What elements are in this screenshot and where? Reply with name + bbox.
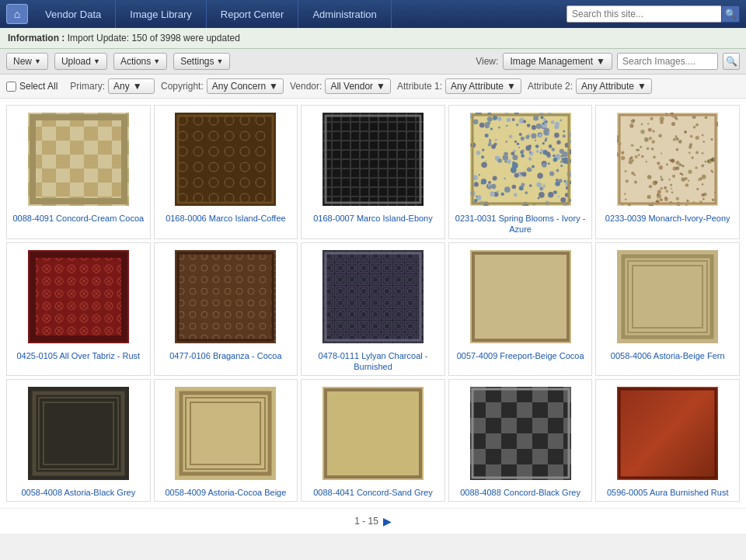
rug-canvas [617, 113, 718, 206]
nav-image-library[interactable]: Image Library [116, 0, 206, 28]
image-item-13[interactable]: 0088-4041 Concord-Sand Grey [301, 379, 445, 502]
vendor-label: Vendor: [290, 81, 322, 92]
view-area: View: Image Management ▼ 🔍 [476, 53, 740, 70]
nav-administration[interactable]: Administration [298, 0, 391, 28]
image-thumbnail [462, 109, 579, 210]
image-item-8[interactable]: 0478-0111 Lylyan Charcoal - Burnished [301, 242, 445, 377]
image-label: 0168-0006 Marco Island-Coffee [166, 213, 286, 224]
nav-report-center[interactable]: Report Center [207, 0, 299, 28]
image-label: 0088-4091 Concord-Cream Cocoa [12, 213, 144, 224]
image-thumbnail [167, 383, 284, 484]
image-item-14[interactable]: 0088-4088 Concord-Black Grey [448, 379, 593, 502]
image-thumbnail [167, 109, 284, 210]
image-label: 0058-4008 Astoria-Black Grey [21, 487, 135, 498]
toolbar: New ▼ Upload ▼ Actions ▼ Settings ▼ View… [0, 49, 746, 75]
upload-arrow-icon: ▼ [93, 57, 100, 65]
rug-canvas [322, 250, 424, 343]
image-grid: 0088-4091 Concord-Cream Cocoa0168-0006 M… [6, 105, 740, 502]
image-label: 0057-4009 Freeport-Beige Cocoa [457, 350, 584, 361]
vendor-arrow-icon: ▼ [376, 81, 385, 92]
image-label: 0425-0105 All Over Tabriz - Rust [16, 350, 140, 361]
image-thumbnail [609, 109, 726, 210]
image-item-6[interactable]: 0425-0105 All Over Tabriz - Rust [6, 242, 151, 377]
rug-canvas [28, 113, 129, 206]
image-item-5[interactable]: 0233-0039 Monarch-Ivory-Peony [595, 105, 740, 239]
rug-canvas [175, 113, 276, 206]
top-search-input[interactable] [566, 5, 722, 23]
attribute2-select[interactable]: Any Attribute ▼ [576, 78, 652, 94]
image-item-2[interactable]: 0168-0006 Marco Island-Coffee [154, 105, 298, 239]
copyright-select[interactable]: Any Concern ▼ [207, 78, 284, 94]
image-thumbnail [20, 383, 137, 484]
select-all-checkbox[interactable] [6, 82, 16, 92]
attribute2-arrow-icon: ▼ [637, 81, 647, 92]
image-item-9[interactable]: 0057-4009 Freeport-Beige Cocoa [448, 242, 593, 377]
image-label: 0168-0007 Marco Island-Ebony [313, 213, 432, 224]
image-item-3[interactable]: 0168-0007 Marco Island-Ebony [301, 105, 445, 239]
info-label: Information : [8, 33, 64, 43]
image-thumbnail [20, 246, 137, 347]
rug-canvas [617, 250, 718, 343]
image-thumbnail [462, 246, 579, 347]
attribute1-select[interactable]: Any Attribute ▼ [445, 78, 521, 94]
image-item-10[interactable]: 0058-4006 Astoria-Beige Fern [595, 242, 740, 377]
image-item-4[interactable]: 0231-0031 Spring Blooms - Ivory - Azure [448, 105, 593, 239]
image-thumbnail [315, 109, 431, 210]
filter-bar: Select All Primary: Any ▼ Copyright: Any… [0, 75, 746, 99]
attribute1-label: Attribute 1: [397, 81, 442, 92]
nav-vendor-data[interactable]: Vendor Data [31, 0, 116, 28]
primary-select[interactable]: Any ▼ [108, 78, 155, 94]
pagination-text: 1 - 15 [354, 516, 378, 527]
rug-canvas [470, 387, 571, 480]
top-navigation: ⌂ Vendor Data Image Library Report Cente… [0, 0, 746, 28]
nav-items: Vendor Data Image Library Report Center … [31, 0, 566, 28]
actions-button[interactable]: Actions ▼ [113, 53, 167, 70]
rug-canvas [175, 250, 276, 343]
settings-button[interactable]: Settings ▼ [173, 53, 230, 70]
primary-label: Primary: [70, 81, 105, 92]
search-images-button[interactable]: 🔍 [723, 53, 740, 70]
upload-button[interactable]: Upload ▼ [54, 53, 107, 70]
pagination-next-button[interactable]: ▶ [383, 515, 392, 527]
top-search-area: 🔍 [566, 5, 740, 23]
attribute2-label: Attribute 2: [528, 81, 573, 92]
image-label: 0231-0031 Spring Blooms - Ivory - Azure [452, 213, 589, 235]
rug-canvas [175, 387, 276, 480]
pagination: 1 - 15 ▶ [0, 508, 746, 534]
image-label: 0058-4006 Astoria-Beige Fern [611, 350, 725, 361]
settings-arrow-icon: ▼ [217, 57, 224, 65]
image-label: 0478-0111 Lylyan Charcoal - Burnished [305, 350, 441, 373]
image-item-15[interactable]: 0596-0005 Aura Burnished Rust [595, 379, 740, 502]
vendor-select[interactable]: All Vendor ▼ [325, 78, 391, 94]
top-search-button[interactable]: 🔍 [721, 5, 740, 23]
rug-canvas [322, 387, 424, 480]
view-label: View: [476, 56, 498, 67]
primary-filter-group: Primary: Any ▼ [70, 78, 155, 94]
new-arrow-icon: ▼ [34, 57, 41, 65]
image-item-7[interactable]: 0477-0106 Braganza - Cocoa [154, 242, 298, 377]
copyright-label: Copyright: [161, 81, 204, 92]
image-label: 0088-4088 Concord-Black Grey [460, 487, 580, 498]
view-select-button[interactable]: Image Management ▼ [503, 53, 612, 70]
actions-arrow-icon: ▼ [153, 57, 160, 65]
rug-canvas [28, 250, 129, 343]
rug-canvas [322, 113, 424, 206]
copyright-arrow-icon: ▼ [269, 81, 278, 92]
new-button[interactable]: New ▼ [6, 53, 48, 70]
image-item-11[interactable]: 0058-4008 Astoria-Black Grey [6, 379, 151, 502]
image-thumbnail [609, 246, 726, 347]
image-thumbnail [609, 383, 726, 484]
image-thumbnail [462, 383, 579, 484]
rug-canvas [470, 250, 571, 343]
image-item-12[interactable]: 0058-4009 Astoria-Cocoa Beige [154, 379, 298, 502]
info-message: Import Update: 150 of 3998 were updated [68, 33, 240, 43]
search-images-input[interactable] [617, 53, 718, 70]
image-label: 0088-4041 Concord-Sand Grey [313, 487, 432, 498]
attribute2-filter-group: Attribute 2: Any Attribute ▼ [528, 78, 652, 94]
image-item-1[interactable]: 0088-4091 Concord-Cream Cocoa [6, 105, 151, 239]
rug-canvas [28, 387, 129, 480]
image-thumbnail [315, 246, 431, 347]
image-thumbnail [167, 246, 284, 347]
home-icon[interactable]: ⌂ [6, 4, 28, 24]
image-label: 0596-0005 Aura Burnished Rust [607, 487, 729, 498]
